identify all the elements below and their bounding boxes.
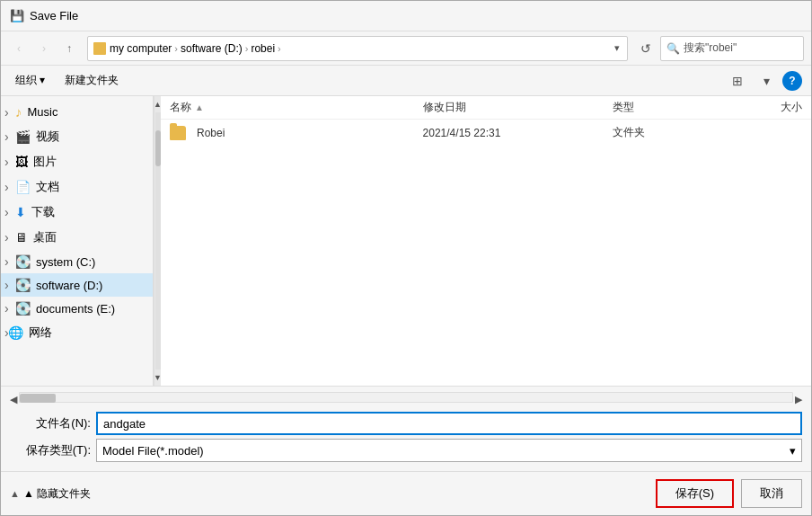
col-header-name[interactable]: 名称 ▲ [170,100,423,115]
main-content: ♪ Music 🎬 视频 🖼 图片 📄 文档 [1,96,811,386]
sidebar-item-music[interactable]: ♪ Music [1,100,153,124]
sidebar-item-softd[interactable]: 💽 software (D:) [1,273,153,297]
help-button[interactable]: ? [782,71,802,91]
save-file-dialog: 💾 Save File ‹ › ↑ my computer › software… [0,0,812,516]
downloads-icon: ⬇ [15,205,26,219]
sidebar-scrollbar[interactable]: ▲ ▼ [154,96,161,386]
filetype-value: Model File(*.model) [102,444,204,458]
filetype-select[interactable]: Model File(*.model) ▾ [96,439,802,462]
breadcrumb-bar[interactable]: my computer › software (D:) › robei › ▾ [87,36,628,61]
cancel-button[interactable]: 取消 [741,479,802,508]
col-name-label: 名称 [170,100,191,115]
col-header-type[interactable]: 类型 [613,100,739,115]
file-name-cell: Robei [170,126,423,140]
sidebar-item-systemc[interactable]: 💽 system (C:) [1,250,153,273]
docs-icon: 📄 [15,180,31,194]
sidebar-item-label: 桌面 [33,229,57,245]
doce-icon: 💽 [15,301,31,316]
chevron-icon: ▲ [10,488,20,499]
new-folder-label: 新建文件夹 [65,73,119,88]
sidebar-item-label: 文档 [36,179,59,195]
sidebar-item-doce[interactable]: 💽 documents (E:) [1,297,153,320]
scroll-thumb [155,130,161,166]
file-type-cell: 文件夹 [613,125,739,140]
dialog-icon: 💾 [10,9,24,23]
search-icon: 🔍 [666,42,680,55]
refresh-button[interactable]: ↺ [635,38,657,59]
action-buttons: 保存(S) 取消 [656,479,802,508]
bottom-area: ◀ ▶ 文件名(N): 保存类型(T): Model File(*.model)… [1,386,811,471]
dialog-title: Save File [30,9,78,22]
file-date: 2021/4/15 22:31 [423,127,501,139]
filetype-label: 保存类型(T): [10,442,91,458]
sidebar-item-label: documents (E:) [36,302,115,316]
save-label: 保存(S) [675,486,714,500]
sidebar-item-label: 网络 [29,325,52,341]
save-button[interactable]: 保存(S) [656,479,734,508]
view-dropdown-button[interactable]: ▾ [754,68,779,93]
sidebar-item-label: Music [28,105,58,119]
up-button[interactable]: ↑ [58,38,80,59]
col-header-size[interactable]: 大小 [739,100,802,115]
sidebar-item-docs[interactable]: 📄 文档 [1,174,153,200]
sidebar-item-label: 图片 [33,154,57,170]
desktop-icon: 🖥 [15,230,28,245]
file-list-header: 名称 ▲ 修改日期 类型 大小 [161,96,811,120]
scroll-area: ◀ ▶ [10,392,802,406]
video-icon: 🎬 [15,129,31,144]
sidebar-item-images[interactable]: 🖼 图片 [1,149,153,174]
new-folder-button[interactable]: 新建文件夹 [57,70,126,91]
filename-input[interactable] [96,412,802,435]
sidebar-item-label: system (C:) [36,255,95,269]
file-folder-icon [170,126,186,140]
breadcrumb-part-1: my computer [110,42,172,55]
file-list: 名称 ▲ 修改日期 类型 大小 Robei [161,96,811,386]
nav-toolbar: ‹ › ↑ my computer › software (D:) › robe… [1,31,811,66]
file-name: Robei [197,127,225,139]
search-text: 搜索"robei" [684,40,737,56]
filename-row: 文件名(N): [10,412,802,435]
hscroll-track[interactable] [19,392,793,403]
softd-icon: 💽 [15,278,31,292]
hide-folders-toggle[interactable]: ▲ ▲ 隐藏文件夹 [10,486,91,502]
sidebar-item-label: 下载 [31,204,55,220]
organize-button[interactable]: 组织 ▾ [10,70,50,91]
sidebar-item-label: 视频 [36,129,59,145]
col-header-date[interactable]: 修改日期 [423,100,613,115]
breadcrumb-folder-icon [93,42,106,55]
action-row: ▲ ▲ 隐藏文件夹 保存(S) 取消 [1,471,811,515]
file-type: 文件夹 [613,126,645,138]
hide-folders-label: ▲ 隐藏文件夹 [23,486,91,502]
file-date-cell: 2021/4/15 22:31 [423,127,613,139]
breadcrumb-part-3: robei [251,42,275,55]
network-icon: 🌐 [8,325,23,340]
systemc-icon: 💽 [15,254,31,269]
hscroll-left-arrow[interactable]: ◀ [10,394,17,405]
breadcrumb-arrow-1: › [174,43,178,54]
col-date-label: 修改日期 [423,101,466,113]
table-row[interactable]: Robei 2021/4/15 22:31 文件夹 [161,120,811,147]
view-button[interactable]: ⊞ [725,68,750,93]
back-button[interactable]: ‹ [8,38,30,59]
filetype-row: 保存类型(T): Model File(*.model) ▾ [10,439,802,462]
breadcrumb-arrow-2: › [245,43,249,54]
breadcrumb-part-2: software (D:) [181,42,243,55]
filename-label: 文件名(N): [10,415,91,431]
sidebar-item-label: software (D:) [36,279,102,292]
sidebar-item-video[interactable]: 🎬 视频 [1,124,153,149]
hscroll-thumb [20,394,56,403]
forward-button[interactable]: › [33,38,55,59]
sidebar: ♪ Music 🎬 视频 🖼 图片 📄 文档 [1,96,154,386]
search-bar[interactable]: 🔍 搜索"robei" [660,36,804,61]
breadcrumb-arrow-3: › [278,43,281,54]
sidebar-item-downloads[interactable]: ⬇ 下载 [1,200,153,225]
cancel-label: 取消 [760,486,783,500]
sidebar-item-network[interactable]: 🌐 网络 [1,320,153,345]
col-type-label: 类型 [613,101,634,113]
images-icon: 🖼 [15,155,28,169]
sort-arrow: ▲ [195,102,204,112]
breadcrumb-dropdown-button[interactable]: ▾ [613,40,622,56]
sidebar-item-desktop[interactable]: 🖥 桌面 [1,225,153,250]
col-size-label: 大小 [781,101,802,113]
hscroll-right-arrow[interactable]: ▶ [795,394,802,405]
